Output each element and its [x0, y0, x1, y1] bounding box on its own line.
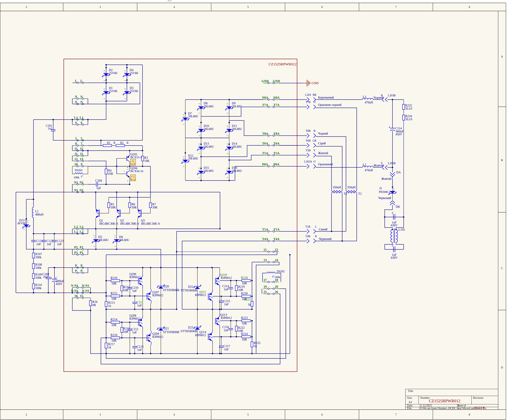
svg-text:IRG4BC30K-S: IRG4BC30K-S — [99, 222, 118, 225]
svg-text:RJP6012: RJP6012 — [152, 293, 163, 297]
svg-text:Жовтий: Жовтий — [318, 151, 328, 155]
svg-text:File:: File: — [407, 407, 412, 410]
svg-text:P1: P1 — [80, 251, 83, 255]
svg-text:R6: R6 — [131, 202, 135, 206]
svg-text:8: 8 — [75, 142, 77, 145]
svg-text:2: 2 — [198, 153, 200, 154]
svg-text:100k: 100k — [35, 255, 41, 259]
svg-text:GND: GND — [312, 81, 319, 85]
svg-text:11: 11 — [75, 152, 77, 156]
svg-text:20L60U: 20L60U — [188, 114, 198, 118]
svg-text:20L60U: 20L60U — [232, 145, 242, 148]
svg-text:R107: R107 — [35, 252, 42, 256]
svg-text:T6A: T6A — [273, 142, 280, 145]
svg-text:CG: CG — [131, 175, 135, 178]
svg-text:20L60U: 20L60U — [204, 145, 214, 148]
svg-text:2: 2 — [182, 166, 185, 167]
svg-text:1nF: 1nF — [132, 331, 137, 334]
svg-text:1, 3: 1, 3 — [392, 188, 395, 191]
svg-text:D6: D6 — [119, 235, 123, 239]
svg-text:450V: 450V — [56, 282, 62, 285]
svg-text:Коричневий: Коричневий — [318, 96, 334, 99]
svg-text:6: 6 — [321, 6, 323, 8]
svg-text:10R: 10R — [238, 288, 243, 292]
svg-text:L105: L105 — [398, 228, 405, 231]
svg-text:P: P — [81, 264, 83, 267]
svg-text:Чорний: Чорний — [318, 132, 328, 135]
svg-text:25V60: 25V60 — [109, 89, 117, 93]
svg-text:T7A: T7A — [262, 103, 268, 107]
svg-text:D15: D15 — [204, 166, 209, 169]
svg-text:R210: R210 — [111, 276, 117, 279]
svg-text:9: 9 — [81, 162, 82, 166]
svg-text:C215: C215 — [224, 299, 230, 303]
svg-text:2: 2 — [23, 229, 25, 230]
svg-text:39R: 39R — [152, 206, 157, 209]
svg-text:20L60U: 20L60U — [232, 169, 242, 172]
svg-text:5: 5 — [247, 6, 249, 8]
svg-text:2: 2 — [198, 113, 200, 114]
svg-text:IRG4BC30K-S: IRG4BC30K-S — [120, 222, 139, 225]
svg-text:T4B: T4B — [305, 235, 310, 238]
svg-text:T7B: T7B — [306, 101, 310, 104]
svg-text:10R: 10R — [111, 339, 116, 342]
svg-text:Q205: Q205 — [131, 153, 137, 156]
svg-text:N-N1: N-N1 — [82, 284, 89, 287]
svg-text:C121: C121 — [36, 239, 43, 242]
svg-text:R110: R110 — [35, 283, 42, 286]
svg-text:O: O — [314, 160, 316, 163]
svg-text:6: 6 — [75, 121, 77, 124]
svg-text:L2: L2 — [80, 230, 84, 233]
svg-text:20L60U: 20L60U — [98, 238, 108, 242]
svg-text:Y: Y — [314, 149, 316, 152]
svg-text:R3: R3 — [144, 156, 148, 159]
svg-text:7: 7 — [395, 413, 397, 416]
svg-text:1, 3: 1, 3 — [198, 126, 200, 129]
svg-text:P: P — [75, 269, 77, 273]
svg-text:20L60U: 20L60U — [119, 238, 129, 242]
svg-text:RJP6012: RJP6012 — [221, 316, 232, 320]
svg-text:1, 3: 1, 3 — [93, 235, 95, 238]
svg-text:1, 3: 1, 3 — [124, 70, 126, 73]
svg-text:D211: D211 — [19, 218, 26, 222]
svg-text:Q3: Q3 — [141, 219, 145, 222]
svg-text:BR: BR — [313, 93, 316, 96]
svg-text:6: 6 — [81, 121, 82, 124]
svg-text:N: N — [80, 95, 83, 98]
svg-text:D8: D8 — [204, 102, 207, 105]
svg-text:16: 16 — [75, 294, 78, 298]
svg-text:L: L — [75, 79, 77, 83]
svg-text:C: C — [501, 267, 503, 270]
svg-text:P1: P1 — [74, 245, 78, 249]
svg-text:.: . — [395, 244, 396, 247]
svg-text:1k: 1k — [254, 345, 257, 348]
svg-text:2, 4: 2, 4 — [126, 167, 129, 170]
svg-text:20L60U: 20L60U — [204, 105, 214, 108]
svg-text:20L60U: 20L60U — [188, 157, 198, 160]
svg-text:R214: R214 — [111, 318, 117, 321]
svg-text:L202B: L202B — [388, 162, 395, 165]
svg-text:t°: t° — [81, 175, 83, 178]
svg-text:R218: R218 — [241, 276, 247, 279]
svg-text:N-N1: N-N1 — [71, 284, 78, 287]
svg-text:R: R — [114, 141, 116, 144]
svg-text:R215: R215 — [123, 327, 130, 330]
svg-text:350uH: 350uH — [333, 186, 341, 189]
svg-text:Q209: Q209 — [152, 332, 159, 335]
svg-text:1, 3: 1, 3 — [26, 220, 29, 223]
svg-text:2: 2 — [93, 246, 95, 247]
svg-text:39R: 39R — [131, 206, 137, 209]
svg-text:470uH: 470uH — [365, 168, 373, 172]
svg-text:L1: L1 — [80, 116, 84, 120]
svg-text:BCX53-16: BCX53-16 — [131, 156, 143, 159]
svg-text:R221: R221 — [244, 298, 251, 301]
svg-text:R224: R224 — [241, 332, 247, 336]
svg-text:R211: R211 — [123, 285, 130, 289]
svg-text:10R: 10R — [242, 338, 247, 341]
svg-text:P: P — [75, 264, 77, 267]
svg-text:1nF: 1nF — [36, 242, 41, 246]
svg-text:D11: D11 — [232, 124, 237, 128]
svg-text:5: 5 — [75, 136, 77, 140]
svg-text:10R: 10R — [111, 282, 116, 285]
svg-text:R Q: R Q — [131, 178, 135, 181]
